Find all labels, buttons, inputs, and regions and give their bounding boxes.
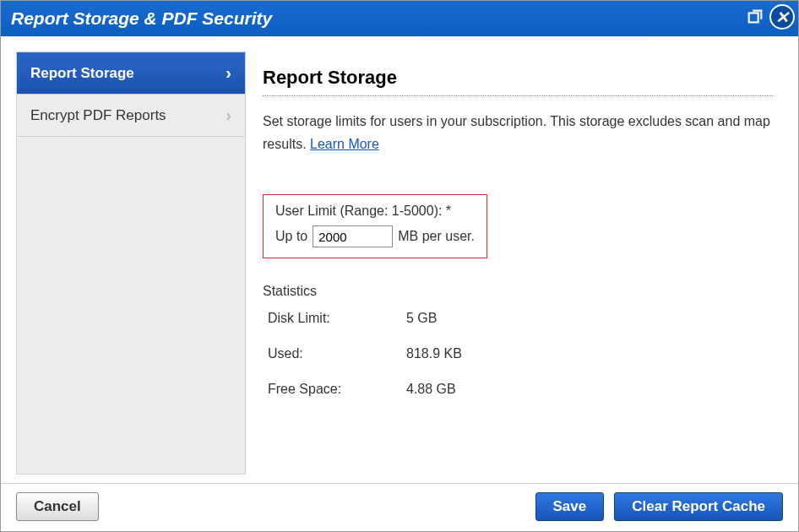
stats-table: Disk Limit: 5 GB Used: 818.9 KB Free Spa… xyxy=(263,311,773,397)
chevron-right-icon: › xyxy=(226,63,231,83)
upto-prefix: Up to xyxy=(275,229,307,244)
titlebar-actions: ✕ xyxy=(746,4,795,30)
stat-label: Used: xyxy=(263,346,406,361)
dialog-footer: Cancel Save Clear Report Cache xyxy=(1,483,798,531)
user-limit-label: User Limit (Range: 1-5000): * xyxy=(275,204,475,219)
dialog: Report Storage & PDF Security ✕ Report S… xyxy=(0,0,799,532)
sidebar-item-report-storage[interactable]: Report Storage › xyxy=(17,52,245,95)
sidebar-item-label: Report Storage xyxy=(30,65,134,82)
learn-more-link[interactable]: Learn More xyxy=(310,137,379,151)
dialog-body: Report Storage › Encrypt PDF Reports › R… xyxy=(1,36,798,483)
sidebar-item-encrypt-pdf[interactable]: Encrypt PDF Reports › xyxy=(17,95,245,137)
upto-suffix: MB per user. xyxy=(398,229,475,244)
section-heading: Report Storage xyxy=(263,67,773,89)
dialog-title: Report Storage & PDF Security xyxy=(11,8,272,29)
main-scroll[interactable]: Report Storage Set storage limits for us… xyxy=(263,52,778,475)
close-icon[interactable]: ✕ xyxy=(769,4,795,30)
clear-cache-button[interactable]: Clear Report Cache xyxy=(614,492,783,521)
cancel-button[interactable]: Cancel xyxy=(16,492,99,521)
stat-label: Free Space: xyxy=(263,382,406,397)
stat-row: Used: 818.9 KB xyxy=(263,346,773,361)
svg-rect-0 xyxy=(749,13,758,22)
chevron-right-icon: › xyxy=(226,106,231,125)
stats-heading: Statistics xyxy=(263,284,773,299)
user-limit-input[interactable] xyxy=(313,225,393,247)
stat-row: Disk Limit: 5 GB xyxy=(263,311,773,326)
stat-row: Free Space: 4.88 GB xyxy=(263,382,773,397)
section-description: Set storage limits for users in your sub… xyxy=(263,110,773,155)
main-panel: Report Storage Set storage limits for us… xyxy=(263,52,778,475)
sidebar-item-label: Encrypt PDF Reports xyxy=(30,107,166,124)
stat-label: Disk Limit: xyxy=(263,311,406,326)
popout-icon[interactable] xyxy=(746,8,764,26)
titlebar: Report Storage & PDF Security ✕ xyxy=(1,1,798,36)
divider xyxy=(263,95,773,96)
stat-value: 5 GB xyxy=(406,311,437,326)
stat-value: 4.88 GB xyxy=(406,382,456,397)
sidebar: Report Storage › Encrypt PDF Reports › xyxy=(16,52,246,475)
user-limit-box: User Limit (Range: 1-5000): * Up to MB p… xyxy=(263,194,487,258)
stat-value: 818.9 KB xyxy=(406,346,462,361)
save-button[interactable]: Save xyxy=(535,492,605,521)
